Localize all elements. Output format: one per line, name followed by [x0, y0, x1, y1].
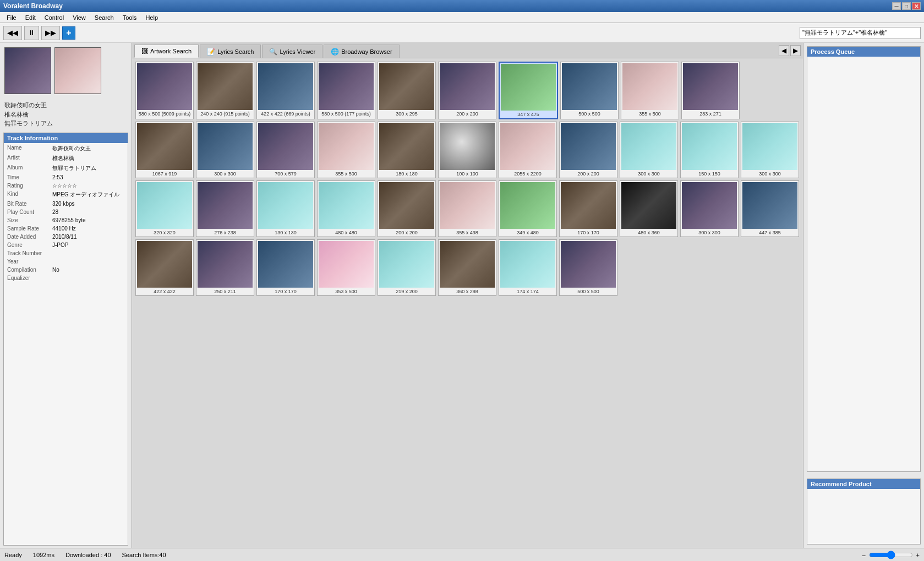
track-info-value: 44100 Hz	[50, 225, 127, 232]
track-info-key: Genre	[5, 241, 49, 249]
image-item[interactable]: 480 x 480	[317, 180, 375, 237]
image-item[interactable]: 480 x 360	[620, 180, 678, 237]
image-item[interactable]: 320 x 320	[135, 180, 194, 237]
image-item[interactable]: 200 x 200	[438, 62, 496, 119]
image-item[interactable]: 700 x 579	[256, 122, 315, 178]
track-info-row: Artist椎名林檎	[5, 154, 127, 163]
image-item[interactable]: 130 x 130	[256, 180, 315, 237]
image-item[interactable]: 355 x 500	[621, 62, 679, 119]
image-item[interactable]: 422 x 422	[135, 239, 194, 296]
track-info-value	[50, 250, 127, 257]
tab-lyrics-viewer-label: Lyrics Viewer	[280, 48, 315, 55]
image-size-label: 300 x 300	[698, 230, 720, 235]
pause-button[interactable]: ⏸	[24, 26, 39, 40]
image-item[interactable]: 283 x 271	[681, 62, 740, 119]
album-art-secondary[interactable]	[54, 47, 101, 94]
track-info-row: KindMPEG オーディオファイル	[5, 190, 127, 199]
image-item[interactable]: 360 x 298	[438, 239, 496, 296]
menu-edit[interactable]: Edit	[21, 13, 40, 22]
image-item[interactable]: 240 x 240 (915 points)	[196, 62, 254, 119]
image-item[interactable]: 170 x 170	[559, 180, 617, 237]
status-text: Ready	[4, 552, 22, 558]
time-text: 1092ms	[33, 552, 54, 558]
tab-broadway-browser[interactable]: 🌐 Broadway Browser	[324, 45, 399, 58]
image-item[interactable]: 349 x 480	[499, 180, 557, 237]
image-size-label: 355 x 500	[639, 111, 661, 117]
search-input[interactable]	[800, 27, 921, 39]
image-item[interactable]: 200 x 200	[378, 180, 436, 237]
track-info-row: Year	[5, 258, 127, 265]
track-info-row: Track Number	[5, 250, 127, 257]
image-size-label: 422 x 422	[154, 289, 176, 294]
close-button[interactable]: ✕	[912, 2, 921, 10]
image-item[interactable]: 2055 x 2200	[499, 122, 557, 178]
image-item[interactable]: 150 x 150	[680, 122, 739, 178]
track-info-row: Name歌舞伎町の女王	[5, 144, 127, 153]
status-bar: Ready 1092ms Downloaded : 40 Search Item…	[0, 548, 924, 561]
image-item[interactable]: 1067 x 919	[135, 122, 194, 178]
image-item[interactable]: 300 x 300	[196, 122, 254, 178]
image-item[interactable]: 276 x 238	[196, 180, 254, 237]
track-info-row: Time2:53	[5, 174, 127, 181]
image-item[interactable]: 180 x 180	[378, 122, 436, 178]
zoom-increase-icon[interactable]: +	[916, 552, 920, 558]
image-item[interactable]: 347 x 475	[499, 62, 558, 119]
album-art-area	[0, 43, 132, 98]
image-item[interactable]: 300 x 300	[741, 122, 799, 178]
image-size-label: 349 x 480	[517, 230, 539, 235]
image-item[interactable]: 500 x 500	[559, 239, 617, 296]
image-item[interactable]: 200 x 200	[559, 122, 617, 178]
menu-help[interactable]: Help	[141, 13, 162, 22]
album-label: 無罪モラトリアム	[4, 119, 127, 128]
image-item[interactable]: 447 x 385	[741, 180, 799, 237]
image-item[interactable]: 219 x 200	[378, 239, 436, 296]
image-size-label: 240 x 240 (915 points)	[200, 111, 250, 117]
image-item[interactable]: 174 x 174	[499, 239, 557, 296]
image-item[interactable]: 170 x 170	[256, 239, 315, 296]
track-info-value: J-POP	[50, 241, 127, 249]
track-info-value	[50, 274, 127, 282]
image-item[interactable]: 300 x 300	[620, 122, 678, 178]
minimize-button[interactable]: ─	[892, 2, 901, 10]
image-size-label: 480 x 480	[335, 230, 357, 235]
image-item[interactable]: 580 x 500 (5009 points)	[135, 62, 194, 119]
image-item[interactable]: 250 x 211	[196, 239, 254, 296]
image-item[interactable]: 500 x 500	[560, 62, 619, 119]
menu-control[interactable]: Control	[40, 13, 68, 22]
tab-lyrics-viewer[interactable]: 🔍 Lyrics Viewer	[262, 45, 322, 58]
image-item[interactable]: 353 x 500	[317, 239, 375, 296]
maximize-button[interactable]: □	[902, 2, 911, 10]
zoom-slider[interactable]	[869, 551, 913, 559]
image-item[interactable]: 100 x 100	[438, 122, 496, 178]
tab-artwork[interactable]: 🖼 Artwork Search	[134, 45, 199, 58]
zoom-decrease-icon[interactable]: –	[862, 552, 865, 558]
track-info-key: Size	[5, 217, 49, 224]
menu-view[interactable]: View	[68, 13, 90, 22]
image-item[interactable]: 355 x 498	[438, 180, 496, 237]
menu-file[interactable]: File	[2, 13, 21, 22]
image-size-label: 480 x 360	[638, 230, 660, 235]
image-size-label: 130 x 130	[275, 230, 297, 235]
prev-button[interactable]: ◀◀	[3, 26, 22, 40]
add-button[interactable]: +	[62, 26, 75, 40]
lyrics-viewer-tab-icon: 🔍	[269, 48, 277, 56]
image-item[interactable]: 300 x 300	[680, 180, 739, 237]
search-items-text: Search Items:40	[122, 552, 166, 558]
image-item[interactable]: 300 x 295	[378, 62, 436, 119]
track-info-panel: Track Information Name歌舞伎町の女王Artist椎名林檎A…	[3, 133, 128, 546]
menu-search[interactable]: Search	[90, 13, 118, 22]
image-item[interactable]: 422 x 422 (669 points)	[256, 62, 315, 119]
tab-lyrics-search[interactable]: 📝 Lyrics Search	[200, 45, 261, 58]
menu-tools[interactable]: Tools	[118, 13, 141, 22]
image-size-label: 500 x 500	[577, 289, 599, 294]
image-item[interactable]: 355 x 500	[317, 122, 375, 178]
next-button[interactable]: ▶▶	[41, 26, 60, 40]
track-info-value: 320 kbps	[50, 200, 127, 207]
track-info-key: Time	[5, 174, 49, 181]
image-item[interactable]: 580 x 500 (177 points)	[317, 62, 375, 119]
image-size-label: 320 x 320	[154, 230, 176, 235]
album-art-primary[interactable]	[4, 47, 51, 94]
tab-nav-next[interactable]: ▶	[790, 45, 801, 56]
tabs-bar: 🖼 Artwork Search 📝 Lyrics Search 🔍 Lyric…	[132, 43, 803, 58]
tab-nav-prev[interactable]: ◀	[779, 45, 789, 56]
